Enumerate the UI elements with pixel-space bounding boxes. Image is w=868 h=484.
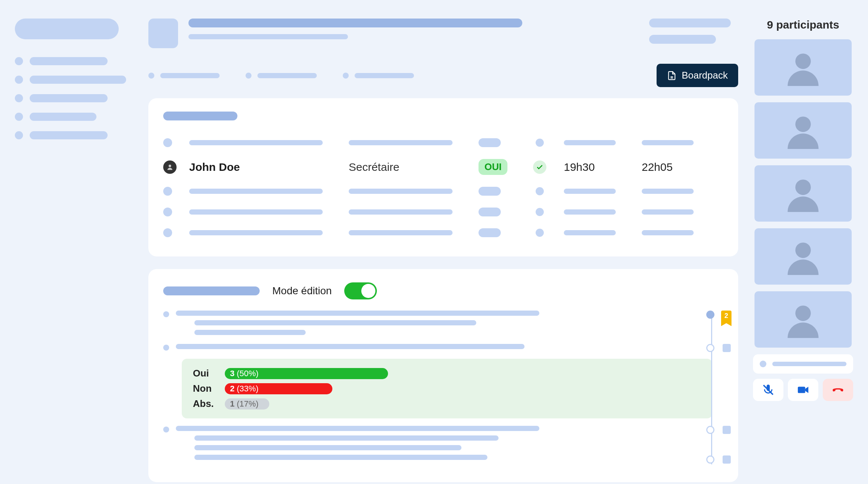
attendee-role: Secrétaire bbox=[349, 161, 467, 173]
meta-item bbox=[148, 64, 220, 87]
mute-mic-button[interactable] bbox=[753, 379, 783, 401]
person-icon bbox=[166, 163, 174, 171]
header-chip bbox=[649, 35, 716, 44]
avatar bbox=[163, 160, 177, 174]
svg-point-7 bbox=[795, 306, 811, 321]
header-chip bbox=[649, 19, 731, 27]
svg-marker-10 bbox=[805, 387, 809, 393]
participant-search[interactable] bbox=[753, 354, 853, 374]
meta-item bbox=[343, 64, 414, 87]
vote-bar-non: 2(33%) bbox=[225, 383, 332, 394]
sidebar-item[interactable] bbox=[15, 113, 134, 121]
table-row bbox=[163, 202, 723, 222]
attendance-card: John Doe Secrétaire OUI 19h30 22h05 bbox=[148, 98, 738, 256]
sidebar bbox=[15, 19, 134, 484]
participant-tile[interactable] bbox=[753, 164, 853, 223]
time-in: 19h30 bbox=[564, 161, 631, 173]
vote-results-panel: Oui 3(50%) Non 2(33%) Abs. bbox=[182, 359, 712, 418]
sidebar-logo[interactable] bbox=[15, 19, 119, 39]
sidebar-item[interactable] bbox=[15, 131, 134, 139]
svg-rect-9 bbox=[798, 387, 805, 393]
person-silhouette-icon bbox=[785, 49, 822, 86]
page-title-placeholder bbox=[188, 19, 522, 27]
meta-item bbox=[246, 64, 317, 87]
person-silhouette-icon bbox=[785, 238, 822, 275]
boardpack-label: Boardpack bbox=[682, 70, 728, 81]
participant-tile[interactable] bbox=[753, 38, 853, 97]
bookmark-badge[interactable]: 2 bbox=[721, 311, 731, 323]
page-header bbox=[148, 19, 738, 51]
participant-tile[interactable] bbox=[753, 290, 853, 349]
svg-point-5 bbox=[795, 180, 811, 195]
svg-point-2 bbox=[169, 165, 171, 167]
participants-heading: 9 participants bbox=[753, 19, 853, 31]
pdf-file-icon bbox=[667, 71, 677, 80]
mic-muted-icon bbox=[762, 384, 775, 396]
page-subtitle-placeholder bbox=[188, 34, 348, 39]
participant-tile[interactable] bbox=[753, 227, 853, 286]
table-row-highlighted[interactable]: John Doe Secrétaire OUI 19h30 22h05 bbox=[163, 153, 723, 181]
sidebar-item[interactable] bbox=[15, 57, 134, 65]
svg-point-6 bbox=[795, 243, 811, 258]
person-silhouette-icon bbox=[785, 112, 822, 149]
agenda-item[interactable] bbox=[163, 344, 712, 354]
video-icon bbox=[797, 384, 809, 396]
boardpack-button[interactable]: Boardpack bbox=[657, 64, 738, 87]
attendee-name: John Doe bbox=[189, 161, 338, 173]
sidebar-item[interactable] bbox=[15, 94, 134, 102]
svg-point-4 bbox=[795, 117, 811, 132]
hangup-icon bbox=[832, 384, 844, 396]
person-silhouette-icon bbox=[785, 301, 822, 338]
check-icon bbox=[536, 163, 543, 171]
agenda-card: Mode édition 2 bbox=[148, 269, 738, 482]
table-row bbox=[163, 222, 723, 243]
call-controls bbox=[753, 379, 853, 401]
agenda-item[interactable]: 2 bbox=[163, 311, 712, 339]
edit-mode-toggle[interactable] bbox=[344, 282, 377, 299]
video-button[interactable] bbox=[788, 379, 818, 401]
edit-mode-label: Mode édition bbox=[272, 285, 332, 297]
table-row bbox=[163, 132, 723, 153]
search-icon bbox=[760, 361, 766, 367]
vote-bar-oui: 3(50%) bbox=[225, 368, 388, 379]
vote-row-abs: Abs. 1(17%) bbox=[193, 398, 701, 410]
person-silhouette-icon bbox=[785, 175, 822, 212]
sidebar-item[interactable] bbox=[15, 76, 134, 84]
header-avatar-placeholder bbox=[148, 19, 178, 48]
participant-tile[interactable] bbox=[753, 101, 853, 160]
response-badge: OUI bbox=[479, 159, 507, 175]
participants-panel: 9 participants bbox=[753, 19, 853, 484]
svg-point-3 bbox=[795, 54, 811, 69]
main-content: Boardpack John Doe Secrétaire OUI 19h30 bbox=[148, 19, 738, 484]
check-badge bbox=[533, 160, 546, 174]
table-row bbox=[163, 181, 723, 202]
attendance-title-placeholder bbox=[163, 112, 237, 120]
time-out: 22h05 bbox=[642, 161, 708, 173]
agenda-title-placeholder bbox=[163, 286, 260, 295]
vote-bar-abs: 1(17%) bbox=[225, 398, 269, 410]
vote-row-oui: Oui 3(50%) bbox=[193, 368, 701, 379]
agenda-item[interactable] bbox=[163, 426, 712, 464]
vote-row-non: Non 2(33%) bbox=[193, 383, 701, 394]
hangup-button[interactable] bbox=[823, 379, 853, 401]
